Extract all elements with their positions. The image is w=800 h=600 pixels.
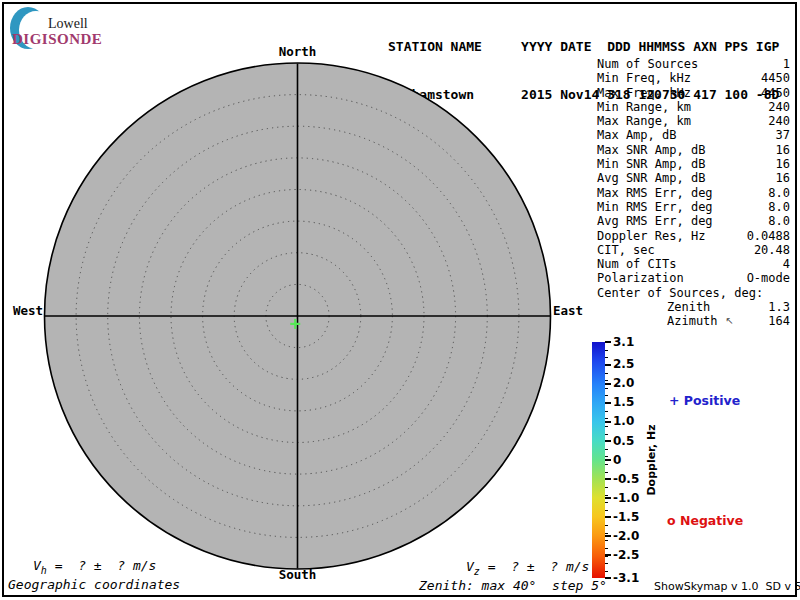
colorbar-tick-label: 1.0 (613, 414, 647, 429)
skymap-window: Lowell DIGISONDE STATION NAME YYYY DATE … (0, 0, 800, 600)
plus-marker-icon: + (669, 393, 679, 408)
vh-value: = ? ± ? m/s (47, 558, 157, 573)
version-credits: ShowSkymap v 1.0 SD v 5.1 (654, 580, 800, 593)
parameter-label: Center of Sources, deg: (597, 286, 763, 300)
colorbar-major-tick (605, 554, 611, 556)
colorbar-tick-label: -3.1 (613, 571, 647, 586)
parameter-value: 16 (776, 143, 790, 157)
circle-marker-icon: o (667, 513, 676, 528)
colorbar-major-tick (605, 364, 611, 366)
parameter-value: 1 (783, 57, 790, 71)
colorbar-tick-label: -1.0 (613, 491, 647, 506)
parameter-value: 8.0 (768, 186, 790, 200)
parameter-label: Min SNR Amp, dB (597, 157, 705, 171)
parameter-value: 4 (783, 257, 790, 271)
doppler-colorbar (592, 342, 605, 578)
zenith-range-label: Zenith: max 40° step 5° (419, 578, 607, 593)
parameter-value: 16 (776, 157, 790, 171)
parameter-value: 164 (768, 314, 790, 328)
colorbar-major-tick (605, 478, 611, 480)
parameter-value: 240 (768, 114, 790, 128)
parameter-value: 37 (776, 128, 790, 142)
coordinate-system-label: Geographic coordinates (8, 577, 180, 592)
colorbar-major-tick (605, 459, 611, 461)
parameter-row: Azimuth↖164 (597, 314, 790, 328)
vz-value: = ? ± ? m/s (480, 559, 590, 574)
parameter-row: Max Freq, kHz4450 (597, 86, 790, 100)
compass-label-north: North (272, 44, 323, 59)
colorbar-major-tick (605, 440, 611, 442)
horizontal-velocity-readout: Vh = ? ± ? m/s (33, 558, 156, 576)
colorbar-tick-label: 0.5 (613, 434, 647, 449)
parameter-row: CIT, sec20.48 (597, 243, 790, 257)
legend-negative: o Negative (667, 513, 743, 528)
parameter-label: Min RMS Err, deg (597, 200, 713, 214)
parameter-value: 240 (768, 100, 790, 114)
legend-positive: + Positive (669, 393, 740, 408)
parameter-label: Zenith (667, 300, 710, 314)
legend-negative-label: Negative (680, 513, 743, 528)
vertical-velocity-readout: Vz = ? ± ? m/s (466, 559, 589, 577)
vz-symbol: V (466, 559, 474, 574)
parameter-value: O-mode (747, 271, 790, 285)
parameter-row: Zenith1.3 (597, 300, 790, 314)
parameter-label: Max Range, km (597, 114, 691, 128)
parameter-label: Avg SNR Amp, dB (597, 171, 705, 185)
parameter-row: Max Amp, dB37 (597, 128, 790, 142)
parameter-value: 1.3 (768, 300, 790, 314)
parameter-value: 20.48 (754, 243, 790, 257)
parameter-row: Min SNR Amp, dB16 (597, 157, 790, 171)
parameter-value: 16 (776, 171, 790, 185)
colorbar-major-tick (605, 516, 611, 518)
colorbar-major-tick (605, 497, 611, 499)
parameter-value: 0.0488 (747, 229, 790, 243)
parameter-row: Min Range, km240 (597, 100, 790, 114)
parameter-label: Max SNR Amp, dB (597, 143, 705, 157)
parameter-value: 8.0 (768, 214, 790, 228)
parameter-row: Center of Sources, deg: (597, 286, 790, 300)
parameter-label: Max Freq, kHz (597, 86, 691, 100)
parameter-row: Doppler Res, Hz0.0488 (597, 229, 790, 243)
parameter-label: Min Freq, kHz (597, 71, 691, 85)
parameter-label: Num of Sources (597, 57, 698, 71)
parameter-row: Min Freq, kHz4450 (597, 71, 790, 85)
colorbar-major-tick (605, 535, 611, 537)
parameter-label: Max RMS Err, deg (597, 186, 713, 200)
parameter-row: Num of CITs4 (597, 257, 790, 271)
colorbar-major-tick (605, 341, 611, 343)
parameter-label: Avg RMS Err, deg (597, 214, 713, 228)
colorbar-tick-label: -2.5 (613, 548, 647, 563)
parameter-row: Max RMS Err, deg8.0 (597, 186, 790, 200)
parameter-row: Max Range, km240 (597, 114, 790, 128)
parameter-value: 8.0 (768, 200, 790, 214)
parameter-list: Num of Sources1Min Freq, kHz4450Max Freq… (597, 57, 790, 329)
colorbar-tick-label: -1.5 (613, 510, 647, 525)
compass-label-west: West (0, 303, 43, 318)
colorbar-major-tick (605, 383, 611, 385)
parameter-row: PolarizationO-mode (597, 271, 790, 285)
parameter-row: Avg RMS Err, deg8.0 (597, 214, 790, 228)
colorbar-major-tick (605, 402, 611, 404)
colorbar-tick-label: 3.1 (613, 335, 647, 350)
colorbar-tick-label: 0 (613, 453, 647, 468)
parameter-label: CIT, sec (597, 243, 655, 257)
mouse-cursor-icon: ↖ (726, 314, 734, 328)
vh-symbol: V (33, 558, 41, 573)
colorbar-major-tick (605, 421, 611, 423)
legend-positive-label: Positive (684, 393, 740, 408)
parameter-row: Min RMS Err, deg8.0 (597, 200, 790, 214)
parameter-label: Num of CITs (597, 257, 676, 271)
compass-label-south: South (272, 567, 323, 582)
parameter-label: Polarization (597, 271, 684, 285)
parameter-row: Num of Sources1 (597, 57, 790, 71)
parameter-row: Avg SNR Amp, dB16 (597, 171, 790, 185)
parameter-label: Doppler Res, Hz (597, 229, 705, 243)
parameter-label: Max Amp, dB (597, 128, 676, 142)
colorbar-tick-label: 2.5 (613, 357, 647, 372)
parameter-row: Max SNR Amp, dB16 (597, 143, 790, 157)
colorbar-axis-label: Doppler, Hz (645, 400, 659, 520)
colorbar-tick-label: -0.5 (613, 472, 647, 487)
parameter-label: Azimuth (667, 314, 718, 328)
parameter-value: 4450 (761, 86, 790, 100)
parameter-label: Min Range, km (597, 100, 691, 114)
